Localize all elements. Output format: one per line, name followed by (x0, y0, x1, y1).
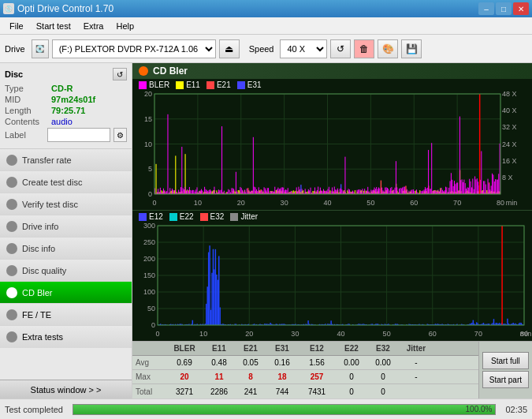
drive-icon: 💽 (32, 39, 49, 58)
eject-button[interactable]: ⏏ (219, 39, 240, 58)
maximize-button[interactable]: □ (496, 2, 512, 15)
length-key: Length (5, 106, 48, 115)
verify-test-disc-label: Verify test disc (22, 200, 78, 209)
stats-total-e31: 744 (266, 387, 298, 396)
title-bar: 💿 Opti Drive Control 1.70 – □ ✕ (0, 0, 532, 17)
stats-avg-bler: 0.69 (166, 358, 203, 367)
drive-info-label: Drive info (22, 222, 58, 231)
stats-avg-e32: 0.00 (367, 358, 399, 367)
stats-max-e32: 0 (367, 372, 399, 381)
stats-max-bler: 20 (166, 372, 203, 381)
title-bar-controls: – □ ✕ (478, 2, 529, 15)
contents-key: Contents (5, 117, 48, 126)
chart-title-bar: CD Bler (132, 63, 532, 79)
stats-header-e12: E12 (298, 344, 336, 353)
create-test-disc-label: Create test disc (22, 178, 82, 187)
cd-bler-label: CD Bler (22, 288, 53, 297)
content-area: CD Bler BLER E11 E21 E31 (132, 63, 532, 398)
length-value: 79:25.71 (51, 106, 85, 115)
sidebar-item-drive-info[interactable]: Drive info (0, 215, 132, 238)
minimize-button[interactable]: – (478, 2, 494, 15)
stats-max-e11: 11 (203, 372, 235, 381)
stats-header-e31: E31 (266, 344, 298, 353)
status-window-button[interactable]: Status window > > (0, 380, 132, 398)
menu-bar: File Start test Extra Help (0, 17, 532, 35)
type-key: Type (5, 84, 48, 93)
stats-avg-e31: 0.16 (266, 358, 298, 367)
mid-value: 97m24s01f (51, 95, 95, 104)
disc-quality-label: Disc quality (22, 266, 66, 275)
chart-title: CD Bler (153, 65, 188, 77)
sidebar: Disc ↺ Type CD-R MID 97m24s01f Length 79… (0, 63, 132, 398)
progress-bar (73, 405, 495, 414)
stats-avg-e12: 1.56 (298, 358, 336, 367)
progress-container: 100.0% (73, 404, 496, 415)
stats-header-bler: BLER (166, 344, 203, 353)
create-test-disc-icon (6, 177, 17, 188)
stats-header-e32: E32 (367, 344, 399, 353)
start-full-button[interactable]: Start full (482, 352, 529, 369)
disc-info-icon (6, 243, 17, 254)
menu-start-test[interactable]: Start test (30, 18, 77, 34)
stats-header-e21: E21 (235, 344, 266, 353)
menu-help[interactable]: Help (110, 18, 140, 34)
sidebar-item-fe-te[interactable]: FE / TE (0, 304, 132, 326)
speed-select[interactable]: 40 X Max 32 X (280, 39, 327, 58)
color-button[interactable]: 🎨 (378, 39, 398, 58)
label-key: Label (5, 130, 44, 140)
disc-refresh-button[interactable]: ↺ (113, 68, 127, 80)
stats-total-label: Total (136, 387, 166, 396)
erase-button[interactable]: 🗑 (354, 39, 374, 58)
status-text: Test completed (5, 405, 63, 414)
mid-key: MID (5, 95, 48, 104)
sidebar-item-transfer-rate[interactable]: Transfer rate (0, 149, 132, 171)
sidebar-item-disc-quality[interactable]: Disc quality (0, 260, 132, 282)
stats-max-e31: 18 (266, 372, 298, 381)
stats-max-label: Max (136, 372, 166, 381)
stats-total-e32: 0 (367, 387, 399, 396)
disc-quality-icon (6, 265, 17, 276)
stats-max-e12: 257 (298, 372, 336, 381)
start-part-button[interactable]: Start part (482, 371, 529, 388)
cd-bler-icon (6, 287, 17, 298)
speed-label: Speed (249, 44, 274, 54)
extra-tests-icon (6, 331, 17, 342)
stats-header-e22: E22 (336, 344, 367, 353)
sidebar-item-disc-info[interactable]: Disc info (0, 238, 132, 260)
lower-legend: E12 E22 E32 Jitter (132, 211, 532, 223)
refresh-button[interactable]: ↺ (330, 39, 351, 58)
stats-max-e21: 8 (235, 372, 266, 381)
stats-avg-e21: 0.05 (235, 358, 266, 367)
status-time: 02:35 (505, 405, 527, 414)
drive-info-icon (6, 221, 17, 232)
stats-avg-e22: 0.00 (336, 358, 367, 367)
sidebar-menu: Transfer rate Create test disc Verify te… (0, 149, 132, 398)
label-input[interactable] (47, 128, 110, 142)
close-button[interactable]: ✕ (513, 2, 529, 15)
fe-te-label: FE / TE (22, 310, 51, 320)
app-title: Opti Drive Control 1.70 (17, 3, 113, 14)
sidebar-item-cd-bler[interactable]: CD Bler (0, 282, 132, 304)
sidebar-item-verify-test-disc[interactable]: Verify test disc (0, 193, 132, 215)
progress-text: 100.0% (466, 405, 493, 414)
sidebar-item-extra-tests[interactable]: Extra tests (0, 326, 132, 348)
label-edit-button[interactable]: ⚙ (113, 128, 127, 142)
stats-header-e11: E11 (203, 344, 235, 353)
title-bar-left: 💿 Opti Drive Control 1.70 (3, 3, 113, 14)
verify-test-disc-icon (6, 199, 17, 210)
contents-value: audio (51, 117, 73, 126)
stats-total-e22: 0 (336, 387, 367, 396)
status-bar: Test completed 100.0% 02:35 (0, 398, 532, 419)
drive-select[interactable]: (F:) PLEXTOR DVDR PX-712A 1.06 (52, 39, 216, 58)
stats-max-e22: 0 (336, 372, 367, 381)
extra-tests-label: Extra tests (22, 332, 63, 342)
stats-header-jitter: Jitter (399, 344, 433, 353)
menu-file[interactable]: File (3, 18, 30, 34)
stats-total-e12: 7431 (298, 387, 336, 396)
save-button[interactable]: 💾 (401, 39, 422, 58)
upper-legend: BLER E11 E21 E31 (132, 79, 532, 91)
sidebar-item-create-test-disc[interactable]: Create test disc (0, 171, 132, 193)
menu-extra[interactable]: Extra (77, 18, 110, 34)
transfer-rate-icon (6, 155, 17, 166)
upper-chart (132, 91, 532, 210)
